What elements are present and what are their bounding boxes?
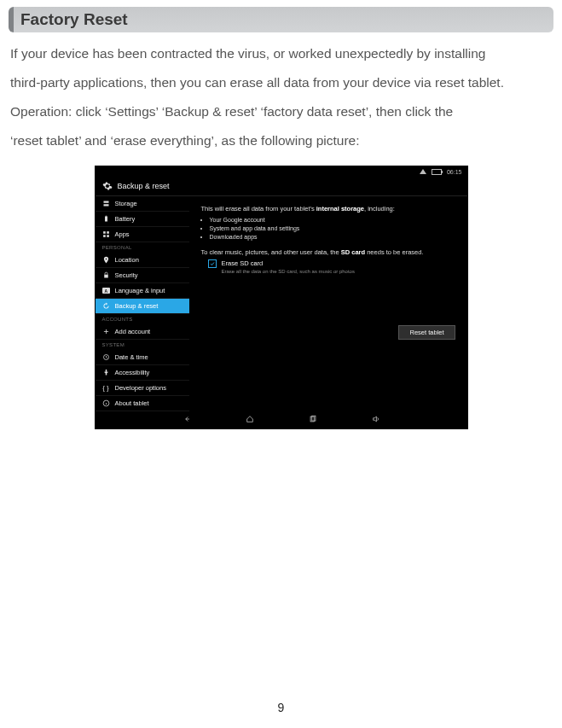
nav-bar [96, 411, 467, 428]
svg-rect-2 [105, 217, 107, 222]
svg-rect-1 [103, 205, 108, 207]
sidebar-item-label: Accessibility [115, 369, 150, 376]
sidebar-section-accounts: ACCOUNTS [96, 314, 189, 324]
body-line-1: If your device has been contracted the v… [10, 39, 552, 68]
title-bar: Backup & reset [96, 177, 467, 196]
plus-icon [102, 328, 110, 335]
sidebar-item-label: Battery [115, 215, 136, 223]
svg-rect-5 [107, 232, 109, 235]
sidebar-item-label: Date & time [115, 353, 148, 361]
backup-icon [102, 302, 110, 310]
sidebar-item-label: Storage [115, 200, 137, 207]
tablet-screenshot: 06:15 Backup & reset Storage Battery [95, 166, 468, 429]
sidebar-item-security[interactable]: Security [96, 268, 189, 283]
sidebar-item-accessibility[interactable]: Accessibility [96, 365, 189, 381]
svg-rect-4 [103, 232, 106, 235]
sidebar-item-date-time[interactable]: Date & time [96, 350, 189, 365]
svg-rect-6 [103, 236, 106, 238]
title-bar-label: Backup & reset [118, 182, 170, 190]
clock-icon [102, 353, 110, 361]
battery-item-icon [102, 215, 110, 223]
language-icon: A [102, 287, 110, 294]
storage-icon [102, 200, 110, 207]
svg-rect-8 [104, 275, 108, 278]
sidebar-item-label: Add account [115, 328, 151, 335]
volume-icon[interactable] [370, 415, 382, 425]
sidebar-item-label: About tablet [115, 399, 149, 407]
sidebar-item-add-account[interactable]: Add account [96, 324, 189, 340]
sidebar-item-label: Developer options [115, 384, 166, 392]
list-item: System and app data and settings [210, 224, 455, 233]
wifi-icon [420, 169, 426, 174]
gear-icon [102, 181, 113, 191]
list-item: Downloaded apps [210, 233, 455, 242]
svg-rect-3 [105, 216, 107, 217]
reset-tablet-button[interactable]: Reset tablet [398, 325, 455, 340]
sidebar-item-label: Apps [115, 230, 130, 238]
list-item: Your Google account [210, 216, 455, 224]
sidebar-item-label: Language & input [115, 287, 165, 294]
location-icon [102, 256, 110, 264]
battery-icon [432, 169, 442, 175]
sidebar-section-system: SYSTEM [96, 340, 189, 350]
page-number: 9 [0, 701, 562, 714]
sidebar-item-storage[interactable]: Storage [96, 196, 189, 212]
sidebar-item-backup-reset[interactable]: Backup & reset [96, 299, 189, 314]
body-line-2: third-party applications, then you can e… [10, 68, 552, 97]
apps-icon [102, 230, 110, 238]
sd-line: To clear music, pictures, and other user… [201, 248, 455, 256]
status-bar: 06:15 [96, 166, 467, 177]
status-time: 06:15 [447, 169, 462, 175]
svg-rect-0 [103, 201, 108, 203]
sidebar-item-battery[interactable]: Battery [96, 212, 189, 227]
checkbox-icon [208, 259, 217, 268]
lock-icon [102, 271, 110, 279]
svg-rect-7 [107, 236, 109, 238]
sidebar-section-personal: PERSONAL [96, 242, 189, 253]
body-line-3: Operation: click ‘Settings’ ‘Backup & re… [10, 97, 552, 126]
hand-icon [102, 369, 110, 376]
sidebar-item-apps[interactable]: Apps [96, 227, 189, 242]
body-text: If your device has been contracted the v… [0, 36, 562, 155]
intro-text: This will erase all data from your table… [201, 205, 455, 213]
erase-list: Your Google account System and app data … [201, 216, 455, 241]
checkbox-label: Erase SD card [222, 259, 264, 267]
sidebar-item-about[interactable]: About tablet [96, 396, 189, 411]
sidebar-item-label: Backup & reset [115, 302, 159, 310]
settings-sidebar: Storage Battery Apps PERSONAL Location [96, 196, 189, 411]
recent-icon[interactable] [307, 415, 319, 425]
sidebar-item-developer[interactable]: { } Developer options [96, 381, 189, 396]
checkbox-subtext: Erase all the data on the SD card, such … [222, 269, 455, 274]
back-icon[interactable] [181, 415, 193, 425]
erase-sd-checkbox-row[interactable]: Erase SD card [208, 259, 455, 268]
content-pane: This will erase all data from your table… [189, 196, 467, 411]
sidebar-item-language[interactable]: A Language & input [96, 283, 189, 299]
braces-icon: { } [102, 384, 110, 392]
home-icon[interactable] [244, 415, 256, 425]
section-title: Factory Reset [20, 10, 547, 29]
sidebar-item-label: Location [115, 256, 139, 264]
sidebar-item-location[interactable]: Location [96, 253, 189, 268]
body-line-4: ‘reset tablet’ and ‘erase everything’, a… [10, 126, 552, 155]
section-header: Factory Reset [9, 7, 553, 32]
sidebar-item-label: Security [115, 271, 138, 279]
info-icon [102, 399, 110, 407]
